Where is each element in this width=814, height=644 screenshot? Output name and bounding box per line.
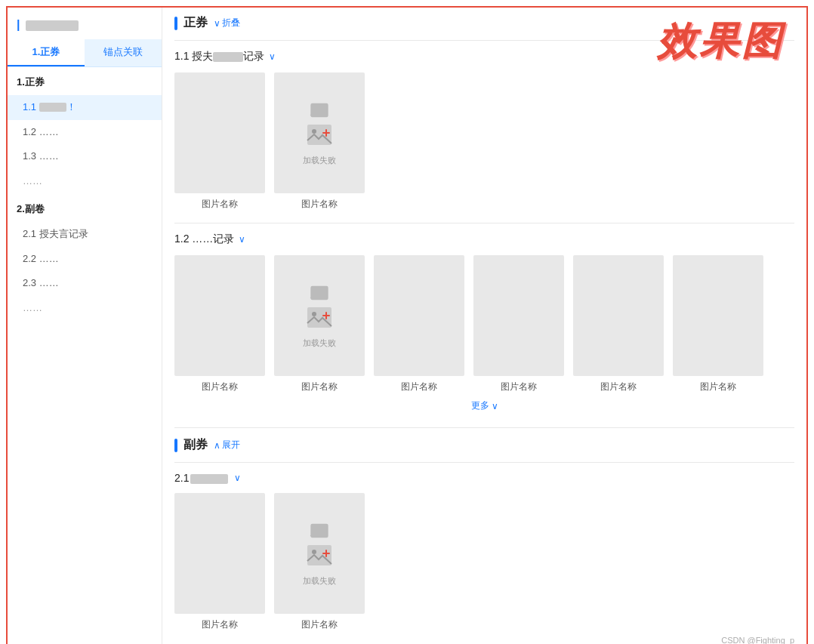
image-label: 图片名称	[202, 618, 238, 631]
section2-bar	[174, 439, 177, 452]
image-item: 图片名称	[473, 255, 564, 393]
section1-title: 正券	[183, 15, 208, 31]
image-grid-1-1: 图片名称 加载失败 图片名称	[174, 72, 794, 211]
svg-rect-0	[307, 125, 331, 145]
image-thumb-failed[interactable]: 加载失败	[274, 72, 365, 193]
sidebar-item-1-dots: ……	[8, 169, 162, 194]
image-item: 加载失败 图片名称	[274, 72, 365, 211]
section1-bar	[174, 17, 177, 30]
load-failed-text-2: 加载失败	[303, 337, 336, 349]
image-label: 图片名称	[301, 198, 338, 211]
chevron-up-icon: ∧	[214, 440, 220, 451]
image-item: 图片名称	[174, 72, 265, 211]
section1-toggle-label: 折叠	[222, 17, 240, 29]
sidebar-tab-main[interactable]: 1.正券	[8, 39, 85, 66]
svg-point-5	[312, 550, 316, 554]
svg-point-1	[312, 129, 316, 134]
svg-point-3	[312, 312, 316, 316]
subsection-2-1: 2.1 ∨ 图片名称	[174, 462, 794, 631]
subsection-1-2-header: 1.2 ……记录 ∨	[174, 233, 794, 246]
chevron-down-icon-1-2: ∨	[239, 234, 245, 245]
image-item: 图片名称	[174, 493, 265, 631]
main-container: | 1.正券 锚点关联 1.正券 1.1 ！ 1.2 …… 1.3 …… …… …	[6, 6, 808, 644]
image-label: 图片名称	[501, 381, 537, 393]
sidebar-item-2-2[interactable]: 2.2 ……	[8, 247, 162, 272]
image-item: 图片名称	[673, 255, 763, 393]
load-failed-text-3: 加载失败	[303, 575, 336, 587]
image-thumb[interactable]	[573, 255, 664, 376]
image-item: 图片名称	[573, 255, 664, 393]
image-thumb-failed[interactable]: 加载失败	[274, 493, 365, 614]
subsection-1-1-toggle[interactable]: ∨	[269, 51, 276, 62]
section2-toggle[interactable]: ∧ 展开	[214, 439, 240, 451]
broken-image-icon	[307, 124, 332, 152]
image-item: 图片名称	[374, 255, 464, 393]
section2-toggle-label: 展开	[222, 439, 240, 451]
sidebar-item-2-dots: ……	[8, 296, 162, 321]
sidebar-item-section1[interactable]: 1.正券	[8, 70, 162, 95]
sidebar-item-2-3[interactable]: 2.3 ……	[8, 271, 162, 296]
sidebar-tab-anchor[interactable]: 锚点关联	[85, 39, 162, 66]
subsection-1-1-title: 1.1 授夫记录	[174, 50, 264, 63]
image-grid-1-2: 图片名称 加载失败 图片名称	[174, 255, 794, 393]
image-item: 加载失败 图片名称	[274, 493, 365, 631]
image-thumb[interactable]	[473, 255, 564, 376]
sidebar-item-1-3[interactable]: 1.3 ……	[8, 144, 162, 169]
subsection-1-2: 1.2 ……记录 ∨ 图片名称	[174, 223, 794, 415]
more-button[interactable]: 更多 ∨	[462, 396, 507, 415]
more-row: 更多 ∨	[174, 396, 794, 415]
image-label: 图片名称	[301, 381, 338, 393]
sidebar-item-2-1[interactable]: 2.1 授夫言记录	[8, 222, 162, 247]
broken-image-icon-2	[307, 307, 332, 334]
image-thumb[interactable]	[174, 493, 265, 614]
sidebar: | 1.正券 锚点关联 1.正券 1.1 ！ 1.2 …… 1.3 …… …… …	[8, 8, 162, 644]
image-item: 加载失败 图片名称	[274, 255, 365, 393]
section2-header: 副券 ∧ 展开	[174, 427, 794, 453]
chevron-down-icon-1-1: ∨	[269, 51, 276, 62]
main-content: 效果图 正券 ∨ 折叠 1.1 授夫记录 ∨	[162, 8, 806, 644]
sidebar-item-1-1[interactable]: 1.1 ！	[8, 95, 162, 120]
image-thumb[interactable]	[673, 255, 763, 376]
sidebar-title: |	[8, 14, 162, 39]
sidebar-item-1-2[interactable]: 1.2 ……	[8, 120, 162, 145]
subsection-2-1-header: 2.1 ∨	[174, 472, 794, 484]
section1-toggle[interactable]: ∨ 折叠	[214, 17, 240, 29]
image-label: 图片名称	[401, 381, 437, 393]
sidebar-item-section2[interactable]: 2.副卷	[8, 197, 162, 222]
chevron-down-icon-more: ∨	[492, 401, 498, 411]
image-label: 图片名称	[202, 198, 238, 211]
image-item: 图片名称	[174, 255, 265, 393]
image-thumb[interactable]	[374, 255, 464, 376]
section2-title: 副券	[183, 437, 208, 453]
effect-title: 效果图	[657, 15, 784, 68]
broken-image-icon-3	[307, 544, 332, 572]
chevron-down-icon-2-1: ∨	[234, 473, 241, 483]
image-label: 图片名称	[202, 381, 238, 393]
subsection-1-2-title: 1.2 ……记录	[174, 233, 234, 246]
image-grid-2-1: 图片名称 加载失败 图片名称	[174, 493, 794, 631]
sidebar-tab-row: 1.正券 锚点关联	[8, 39, 162, 67]
svg-rect-2	[307, 307, 331, 328]
image-label: 图片名称	[600, 381, 637, 393]
image-label: 图片名称	[700, 381, 736, 393]
svg-rect-4	[307, 545, 331, 565]
image-label: 图片名称	[301, 618, 338, 631]
subsection-2-1-toggle[interactable]: ∨	[234, 473, 241, 483]
image-thumb[interactable]	[174, 72, 265, 193]
subsection-1-2-toggle[interactable]: ∨	[239, 234, 245, 245]
subsection-2-1-title: 2.1	[174, 472, 230, 484]
load-failed-text: 加载失败	[303, 155, 336, 166]
chevron-down-icon: ∨	[214, 18, 220, 29]
image-thumb-failed[interactable]: 加载失败	[274, 255, 365, 376]
more-label: 更多	[471, 399, 489, 412]
image-thumb[interactable]	[174, 255, 265, 376]
csdn-footer: CSDN @Fighting_p	[721, 636, 794, 644]
